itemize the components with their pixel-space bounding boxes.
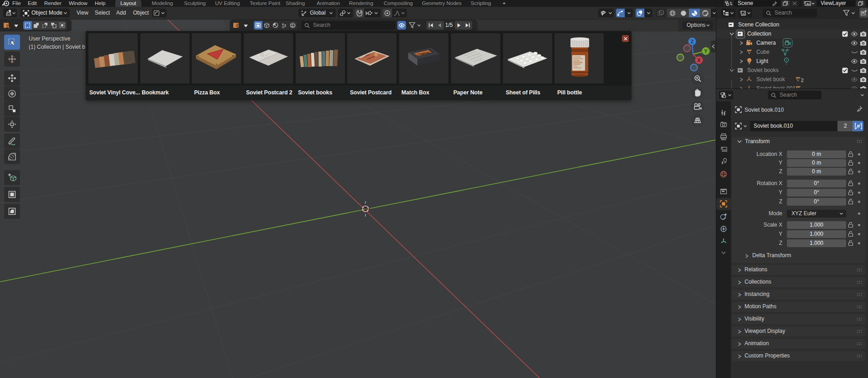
svg-text:Y: Y	[704, 48, 708, 54]
svg-text:Z: Z	[691, 39, 694, 44]
svg-text:X: X	[697, 57, 701, 63]
